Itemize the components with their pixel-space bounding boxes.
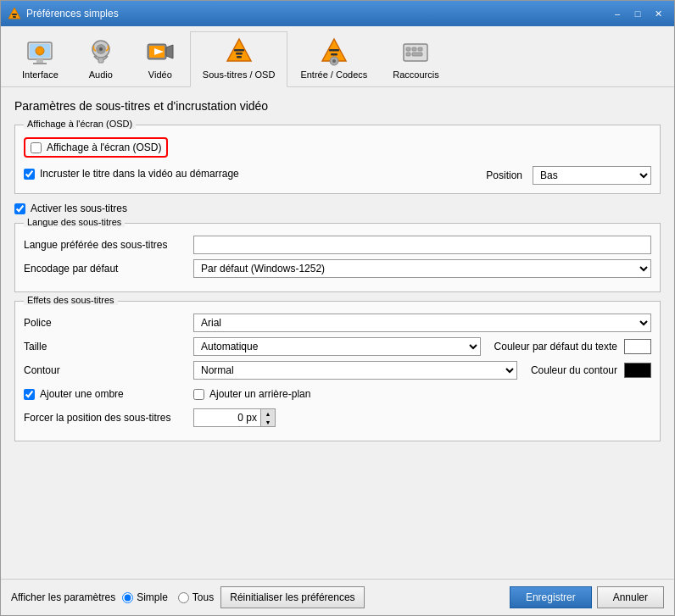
position-select[interactable]: Bas Haut Gauche Droite [533,166,651,185]
tab-shortcuts-label: Raccourcis [393,69,438,80]
svg-rect-5 [36,59,43,63]
svg-rect-20 [237,56,242,58]
position-label: Position [486,169,522,181]
svg-point-25 [332,59,336,63]
close-button[interactable]: ✕ [649,6,667,21]
shadow-group: Ajouter une ombre [24,388,193,400]
footer: Afficher les paramètres Simple Tous Réin… [1,579,674,615]
position-row: Position Bas Haut Gauche Droite [486,166,651,185]
tab-subtitles-label: Sous-titres / OSD [203,69,276,80]
radio-simple-item: Simple [122,591,168,603]
lang-section: Langue des sous-titres Langue préférée d… [14,223,661,292]
preferred-lang-row: Langue préférée des sous-titres [24,236,651,254]
force-pos-label: Forcer la position des sous-titres [24,412,193,424]
minimize-button[interactable]: – [608,6,627,21]
shadow-checkbox[interactable] [24,389,35,400]
save-button[interactable]: Enregistrer [510,586,592,608]
svg-rect-1 [12,14,17,15]
bg-checkbox[interactable] [193,389,204,400]
interface-icon [25,37,55,68]
preferred-lang-input[interactable] [193,236,651,254]
subtitles-icon [224,37,254,68]
encoding-select[interactable]: Par défaut (Windows-1252) UTF-8 ISO-8859… [193,259,651,278]
shadow-label: Ajouter une ombre [40,388,124,400]
encoding-control: Par défaut (Windows-1252) UTF-8 ISO-8859… [193,259,651,278]
preferred-lang-control [193,236,651,254]
osd-checkbox-label: Affichage à l'écran (OSD) [47,142,161,153]
outline-control-group: Normal Aucun Fin Épais Couleur du contou… [193,361,651,380]
tab-input-label: Entrée / Codecs [300,69,367,80]
embed-row: Incruster le titre dans la vidéo au déma… [24,168,239,180]
video-icon [145,37,176,68]
outline-color-label: Couleur du contour [531,364,617,376]
encoding-row: Encodage par défaut Par défaut (Windows-… [24,259,651,278]
activate-subtitles-label: Activer les sous-titres [31,203,127,214]
spinbox-buttons: ▲ ▼ [261,408,276,427]
force-pos-control: ▲ ▼ [193,408,651,427]
svg-rect-2 [13,16,16,18]
outline-label: Contour [24,364,193,376]
size-select-wrap: Automatique Petite Normale Grande [193,337,481,356]
effects-section: Effets des sous-titres Police Arial Time… [14,301,661,441]
encoding-label: Encodage par défaut [24,263,193,275]
svg-marker-14 [166,45,173,58]
svg-rect-19 [236,53,243,55]
font-select[interactable]: Arial Times New Roman Helvetica [193,314,651,332]
embed-checkbox[interactable] [24,169,35,180]
radio-all-item: Tous [178,591,214,603]
maximize-button[interactable]: □ [628,6,647,21]
tab-video-label: Vidéo [148,69,172,80]
radio-group: Simple Tous [122,591,214,603]
audio-icon [86,37,116,68]
cancel-button[interactable]: Annuler [597,586,664,608]
tab-audio[interactable]: Audio [71,31,131,86]
title-bar: Préférences simples – □ ✕ [1,1,674,26]
input-icon [319,37,349,68]
size-label: Taille [24,341,193,352]
effects-section-label: Effets des sous-titres [24,295,118,305]
show-params-label: Afficher les paramètres [11,591,115,603]
size-row: Taille Automatique Petite Normale Grande… [24,337,651,356]
footer-buttons: Enregistrer Annuler [510,586,664,608]
main-content: Paramètres de sous-titres et d'incrustat… [1,87,674,579]
radio-simple[interactable] [122,592,133,603]
tab-shortcuts[interactable]: Raccourcis [380,31,451,86]
force-pos-row: Forcer la position des sous-titres ▲ ▼ [24,408,651,427]
activate-subtitles-checkbox[interactable] [14,203,25,214]
footer-left: Afficher les paramètres Simple Tous Réin… [11,586,510,608]
shortcuts-icon [400,37,431,68]
title-bar-buttons: – □ ✕ [608,6,667,21]
font-row: Police Arial Times New Roman Helvetica [24,314,651,332]
tab-interface-label: Interface [22,69,59,80]
svg-rect-23 [331,53,338,56]
main-window: Préférences simples – □ ✕ Interface [0,0,675,616]
force-pos-input[interactable] [193,408,261,427]
tab-video[interactable]: Vidéo [131,31,190,86]
outline-row: Contour Normal Aucun Fin Épais Couleur d… [24,361,651,380]
osd-checkbox[interactable] [31,142,42,153]
svg-rect-12 [98,58,103,63]
text-color-swatch[interactable] [624,339,651,354]
shadow-bg-row: Ajouter une ombre Ajouter un arrière-pla… [24,385,651,403]
bg-label: Ajouter un arrière-plan [209,388,310,400]
outline-select[interactable]: Normal Aucun Fin Épais [193,361,517,380]
tab-bar: Interface Audio [1,26,674,87]
svg-rect-29 [418,47,422,51]
size-select[interactable]: Automatique Petite Normale Grande [193,337,481,356]
tab-interface[interactable]: Interface [9,31,71,86]
text-color-label: Couleur par défaut du texte [494,341,617,352]
outline-select-wrap: Normal Aucun Fin Épais [193,361,517,380]
radio-all[interactable] [178,592,189,603]
spinbox-up-button[interactable]: ▲ [261,409,275,418]
outline-color-group: Couleur du contour [531,363,651,378]
tab-audio-label: Audio [89,69,113,80]
tab-input[interactable]: Entrée / Codecs [287,31,380,86]
svg-rect-30 [406,53,410,56]
reset-button[interactable]: Réinitialiser les préférences [220,586,364,608]
activate-subtitles-row: Activer les sous-titres [14,203,661,214]
font-label: Police [24,317,193,329]
outline-color-swatch[interactable] [624,363,651,378]
svg-point-11 [99,47,103,51]
spinbox-down-button[interactable]: ▼ [261,418,275,426]
tab-subtitles[interactable]: Sous-titres / OSD [190,31,288,87]
